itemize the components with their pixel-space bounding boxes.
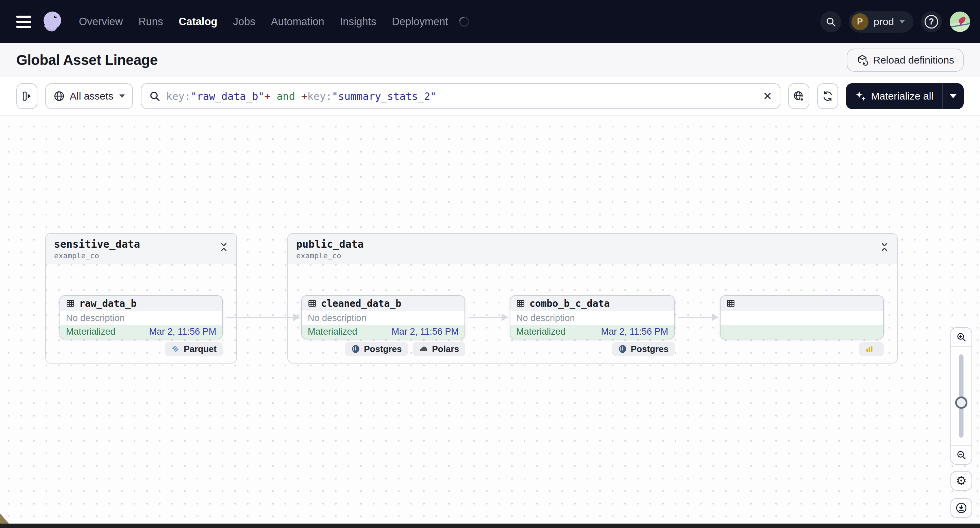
nav-insights[interactable]: Insights [340, 16, 376, 28]
lineage-toolbar: All assets key: "raw_data_b" + and + key… [0, 77, 980, 116]
materialize-all-label: Materialize all [871, 90, 934, 102]
nav-catalog[interactable]: Catalog [179, 16, 218, 28]
edge-cleaned-to-combo [469, 317, 501, 318]
top-navbar: Overview Runs Catalog Jobs Automation In… [0, 0, 980, 43]
asset-search-input[interactable]: key: "raw_data_b" + and + key: "summary_… [141, 83, 780, 109]
asset-description [721, 311, 883, 325]
download-image-button[interactable] [950, 498, 972, 518]
query-logic: and [270, 90, 301, 102]
collapse-group-button[interactable] [880, 238, 889, 253]
query-op: + [264, 90, 270, 102]
asset-status-row: Materialized Mar 2, 11:56 PM [511, 325, 674, 339]
collapse-group-button[interactable] [220, 238, 228, 253]
tag-parquet[interactable]: Parquet [165, 342, 223, 356]
deployment-switcher[interactable]: P prod [849, 11, 913, 33]
clear-search-icon[interactable]: ✕ [763, 91, 772, 101]
asset-name: raw_data_b [79, 298, 137, 309]
group-name: sensitive_data [54, 238, 140, 250]
tag-polars[interactable]: Polars [413, 342, 466, 356]
status-badge: Materialized [308, 327, 357, 337]
asset-scope-label: All assets [70, 90, 113, 102]
asset-scope-dropdown[interactable]: All assets [45, 83, 133, 109]
tag-postgres[interactable]: Postgres [612, 342, 675, 356]
menu-icon[interactable] [16, 14, 31, 30]
zoom-in-button[interactable] [951, 328, 972, 347]
group-header: public_data example_co [288, 234, 897, 264]
search-icon [149, 90, 161, 102]
search-icon [825, 16, 836, 27]
nav-overview[interactable]: Overview [79, 16, 123, 28]
settings-button[interactable]: ⚙ [950, 471, 972, 491]
lineage-canvas[interactable]: sensitive_data example_co public_data ex… [0, 116, 980, 528]
asset-status-row: Materialized Mar 2, 11:56 PM [302, 325, 465, 339]
collapse-icon [220, 242, 228, 252]
user-avatar[interactable] [950, 11, 970, 32]
query-op: + [301, 90, 307, 102]
nav-jobs[interactable]: Jobs [233, 16, 255, 28]
chevron-down-icon [899, 20, 905, 24]
materialize-split-button: Materialize all [846, 83, 964, 109]
search-button[interactable] [820, 11, 841, 32]
tag-postgres[interactable]: Postgres [345, 342, 408, 356]
reload-definitions-button[interactable]: Reload definitions [847, 49, 964, 72]
asset-tags-summary-stats-2 [720, 342, 884, 356]
polars-icon [419, 346, 428, 352]
asset-name: combo_b_c_data [530, 298, 610, 309]
zoom-out-button[interactable] [951, 445, 972, 464]
bottom-edge-bar [0, 523, 980, 528]
page-title: Global Asset Lineage [16, 52, 158, 68]
asset-description: No description [60, 311, 222, 325]
query-value: "summary_stats_2" [332, 90, 436, 102]
materialize-dropdown-button[interactable] [943, 83, 964, 109]
materialize-all-button[interactable]: Materialize all [846, 83, 943, 109]
asset-node-combo-b-c-data[interactable]: combo_b_c_data No description Materializ… [510, 295, 675, 339]
tag-power-bi[interactable] [859, 342, 884, 356]
table-icon [308, 299, 317, 308]
group-location: example_co [54, 251, 140, 260]
powerbi-icon [865, 344, 874, 354]
loading-spinner-icon [457, 14, 471, 29]
asset-node-header: combo_b_c_data [511, 296, 674, 311]
refresh-button[interactable] [817, 83, 838, 109]
asset-node-header: raw_data_b [60, 296, 222, 311]
help-button[interactable]: ? [921, 11, 942, 32]
dagster-octopus-icon [41, 11, 63, 33]
status-badge: Materialized [516, 327, 566, 337]
asset-tags-combo-b-c-data: Postgres [510, 342, 675, 356]
dagster-logo[interactable] [41, 11, 63, 33]
zoom-slider-thumb[interactable] [955, 396, 967, 409]
asset-node-summary-stats-2[interactable] [720, 295, 884, 339]
tag-label: Postgres [364, 344, 402, 354]
asset-tags-raw-data-b: Parquet [59, 342, 223, 356]
help-icon: ? [924, 15, 938, 29]
new-lineage-view-button[interactable] [788, 83, 809, 109]
cardinal-bird-avatar-icon [950, 11, 970, 32]
tag-label: Polars [432, 344, 460, 354]
open-left-panel-button[interactable] [16, 83, 37, 109]
status-badge: Materialized [66, 327, 116, 337]
nav-runs[interactable]: Runs [138, 16, 163, 28]
search-query-text: key: "raw_data_b" + and + key: "summary_… [166, 90, 436, 102]
materialization-timestamp: Mar 2, 11:56 PM [149, 327, 216, 337]
postgres-icon [618, 344, 627, 354]
globe-plus-icon [793, 90, 805, 102]
asset-node-cleaned-data-b[interactable]: cleaned_data_b No description Materializ… [301, 295, 465, 339]
collapse-icon [880, 242, 889, 252]
refresh-icon [822, 90, 834, 102]
primary-nav: Overview Runs Catalog Jobs Automation In… [79, 16, 469, 28]
asset-name: cleaned_data_b [321, 298, 401, 309]
gear-icon: ⚙ [956, 474, 967, 488]
materialization-timestamp: Mar 2, 11:56 PM [601, 327, 668, 337]
reload-definitions-label: Reload definitions [873, 54, 955, 66]
zoom-slider[interactable] [951, 347, 972, 445]
globe-icon [53, 90, 65, 102]
zoom-control-panel [950, 327, 972, 465]
asset-node-raw-data-b[interactable]: raw_data_b No description Materialized M… [59, 295, 223, 339]
nav-automation[interactable]: Automation [271, 16, 325, 28]
group-name: public_data [296, 238, 364, 250]
chevron-down-icon [119, 94, 125, 98]
expand-panel-icon [21, 91, 32, 101]
nav-deployment[interactable]: Deployment [392, 16, 448, 28]
query-value: "raw_data_b" [191, 90, 264, 102]
table-icon [726, 299, 735, 308]
